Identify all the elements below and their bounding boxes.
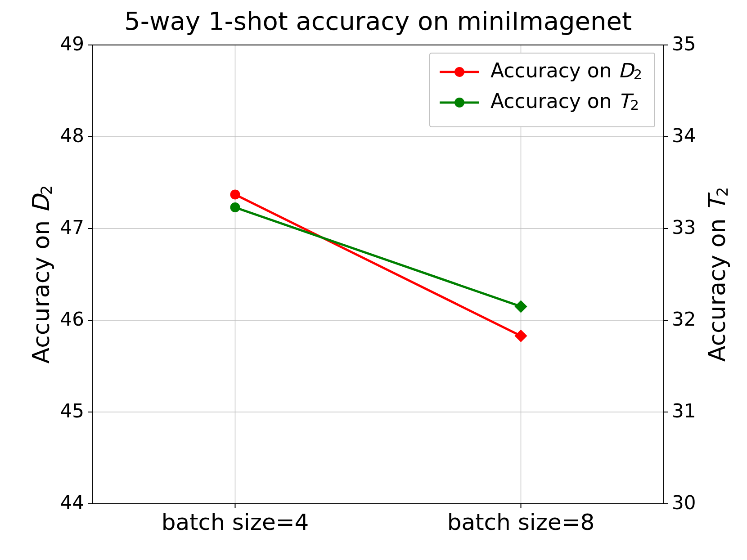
ytick-right: 32 (672, 308, 696, 330)
chart-title: 5-way 1-shot accuracy on miniImagenet (124, 6, 632, 36)
data-marker (230, 190, 240, 200)
chart-container: 444546474849Accuracy on D2303132333435Ac… (0, 0, 747, 560)
data-marker (230, 202, 240, 212)
ytick-right: 34 (672, 125, 696, 147)
legend-label: Accuracy on T2 (490, 90, 639, 113)
svg-text:Accuracy on T2: Accuracy on T2 (703, 187, 731, 362)
ytick-left: 45 (60, 400, 84, 422)
legend-label: Accuracy on D2 (490, 59, 642, 82)
ytick-left: 47 (60, 216, 84, 238)
ytick-left: 49 (60, 33, 84, 55)
ytick-left: 46 (60, 308, 84, 330)
ytick-right: 31 (672, 400, 696, 422)
ytick-right: 35 (672, 33, 696, 55)
yaxis-left-title: Accuracy on D2 (27, 185, 55, 364)
svg-text:Accuracy on D2: Accuracy on D2 (27, 185, 55, 364)
legend-swatch-marker (454, 67, 464, 77)
xtick-label: batch size=8 (447, 509, 595, 535)
chart-svg: 444546474849Accuracy on D2303132333435Ac… (0, 0, 747, 560)
ytick-right: 33 (672, 216, 696, 238)
ytick-left: 44 (60, 492, 84, 514)
ytick-left: 48 (60, 125, 84, 147)
xtick-label: batch size=4 (162, 509, 309, 535)
ytick-right: 30 (672, 492, 696, 514)
yaxis-right-title: Accuracy on T2 (703, 187, 731, 362)
legend-swatch-marker (454, 98, 464, 108)
